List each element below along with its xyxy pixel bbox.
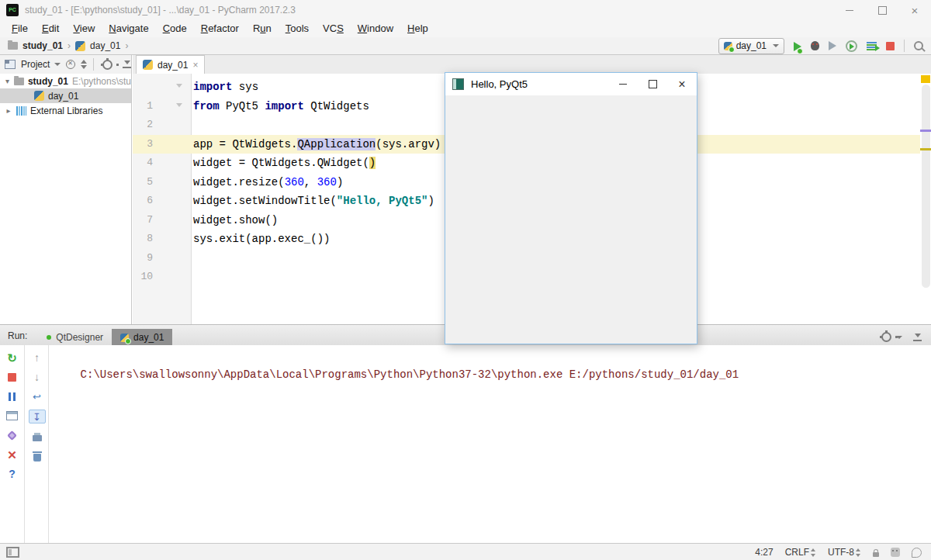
tree-file-label: day_01 <box>48 91 78 102</box>
run-tab-day01[interactable]: day_01 <box>112 329 172 346</box>
project-view-selector[interactable]: Project <box>21 59 61 70</box>
pyqt-window[interactable]: Hello, PyQt5 × <box>445 72 697 344</box>
attach-icon <box>7 430 17 441</box>
updown-indicator-icon <box>856 548 861 557</box>
run-tab-label: QtDesigner <box>56 332 103 343</box>
popup-minimize-button[interactable] <box>608 73 638 95</box>
event-log-icon[interactable] <box>912 548 922 558</box>
menu-view[interactable]: View <box>66 20 102 37</box>
run-with-coverage-button[interactable] <box>829 41 836 50</box>
scrollbar-mark-warning[interactable] <box>920 148 931 150</box>
fold-icon[interactable] <box>176 84 182 88</box>
close-tab-icon[interactable]: × <box>192 60 198 71</box>
menu-vcs[interactable]: VCS <box>316 20 351 37</box>
close-button[interactable]: × <box>898 0 931 20</box>
chevron-collapsed-icon[interactable]: ▸ <box>5 106 12 115</box>
maximize-button[interactable] <box>866 0 898 20</box>
profiler-button[interactable] <box>846 40 857 52</box>
updown-indicator-icon <box>811 548 816 557</box>
toolbar-separator <box>93 58 94 71</box>
run-tab-qtdesigner[interactable]: QtDesigner <box>38 329 112 346</box>
line-number[interactable]: 10 <box>133 268 153 287</box>
menu-navigate[interactable]: Navigate <box>102 20 155 37</box>
stop-button[interactable] <box>886 42 895 50</box>
readonly-lock-icon[interactable] <box>873 552 879 557</box>
folder-icon <box>8 42 18 50</box>
menu-bar: File Edit View Navigate Code Refactor Ru… <box>0 20 931 37</box>
title-bar[interactable]: PC study_01 - [E:\pythons\study_01] - ..… <box>0 0 931 20</box>
scroll-from-source-button[interactable] <box>66 60 75 69</box>
tree-item-external-libraries[interactable]: ▸ External Libraries <box>0 103 131 118</box>
print-button[interactable] <box>29 430 45 443</box>
close-icon: ✕ <box>7 449 17 461</box>
up-stack-button[interactable]: ↑ <box>29 351 45 364</box>
scrollbar-mark-identifier[interactable] <box>920 130 931 132</box>
soft-wrap-icon: ↩ <box>33 392 41 402</box>
menu-file[interactable]: File <box>5 20 35 37</box>
fold-icon[interactable] <box>176 103 182 107</box>
hide-panel-button[interactable] <box>123 60 131 68</box>
status-bar: 4:27 CRLF UTF-8 <box>0 543 931 560</box>
pause-output-button[interactable] <box>5 390 20 403</box>
menu-window[interactable]: Window <box>351 20 400 37</box>
chevron-expanded-icon[interactable]: ▾ <box>5 77 10 85</box>
run-panel-settings-button[interactable] <box>881 332 902 342</box>
console-output-area[interactable]: C:\Users\swallowsonny\AppData\Local\Prog… <box>54 349 928 400</box>
help-icon: ? <box>9 468 16 479</box>
scroll-to-end-button[interactable]: ↧ <box>29 410 46 423</box>
tree-item-root[interactable]: ▾ study_01 E:\pythons\stu <box>0 74 131 88</box>
libraries-icon <box>16 106 26 116</box>
soft-wrap-button[interactable]: ↩ <box>29 390 45 403</box>
close-console-button[interactable]: ✕ <box>5 448 20 461</box>
breadcrumb-project[interactable]: study_01 <box>22 40 63 51</box>
attach-debugger-button[interactable] <box>5 429 20 441</box>
run-panel-label: Run: <box>8 330 27 341</box>
matched-brace: ) <box>369 157 376 169</box>
encoding-widget[interactable]: UTF-8 <box>828 547 861 558</box>
breadcrumb-file[interactable]: day_01 <box>90 40 120 51</box>
menu-refactor[interactable]: Refactor <box>194 20 246 37</box>
caret-position[interactable]: 4:27 <box>755 547 773 558</box>
collapse-all-button[interactable] <box>81 60 88 69</box>
python-icon <box>724 42 732 50</box>
window-title: study_01 - [E:\pythons\study_01] - ...\d… <box>25 5 296 16</box>
popup-maximize-button[interactable] <box>638 73 667 95</box>
run-button[interactable] <box>794 40 801 51</box>
menu-run[interactable]: Run <box>246 20 279 37</box>
debug-button[interactable] <box>811 41 819 50</box>
minimize-button[interactable] <box>833 0 866 20</box>
close-icon: × <box>678 78 685 91</box>
menu-edit[interactable]: Edit <box>35 20 66 37</box>
running-dot-icon <box>47 335 51 340</box>
menu-tools[interactable]: Tools <box>279 20 316 37</box>
popup-close-button[interactable]: × <box>667 73 697 95</box>
toolwindow-toggle-button[interactable] <box>6 547 19 558</box>
running-dot-icon <box>729 47 735 53</box>
run-configuration-select[interactable]: day_01 <box>718 38 784 54</box>
menu-help[interactable]: Help <box>400 20 435 37</box>
clear-all-button[interactable] <box>29 450 45 462</box>
line-separator-widget[interactable]: CRLF <box>785 547 816 558</box>
project-view-label: Project <box>21 59 50 70</box>
running-dot-icon <box>125 338 131 344</box>
stop-button[interactable] <box>5 371 20 383</box>
pyqt-window-titlebar[interactable]: Hello, PyQt5 × <box>445 73 697 95</box>
concurrency-diagram-button[interactable] <box>867 42 877 50</box>
file-status-marker <box>921 75 930 83</box>
search-everywhere-button[interactable] <box>914 41 923 50</box>
restore-layout-button[interactable] <box>5 410 20 422</box>
rerun-button[interactable]: ↻ <box>5 351 20 364</box>
down-stack-button[interactable]: ↓ <box>29 371 45 383</box>
toolbar-separator <box>904 40 905 52</box>
editor-tab-day01[interactable]: day_01 × <box>136 55 205 74</box>
inspector-hector-icon[interactable] <box>891 548 900 557</box>
navigation-toolbar: study_01 › day_01 › day_01 <box>0 37 931 55</box>
tree-item-day01[interactable]: day_01 <box>0 88 131 103</box>
help-button[interactable]: ? <box>5 468 20 480</box>
editor-scrollbar[interactable] <box>922 85 930 288</box>
hide-run-panel-button[interactable] <box>913 334 922 341</box>
settings-gear-button[interactable] <box>102 60 112 70</box>
project-panel-header: Project <box>0 55 132 74</box>
menu-code[interactable]: Code <box>156 20 194 37</box>
chevron-right-icon: › <box>125 40 128 51</box>
